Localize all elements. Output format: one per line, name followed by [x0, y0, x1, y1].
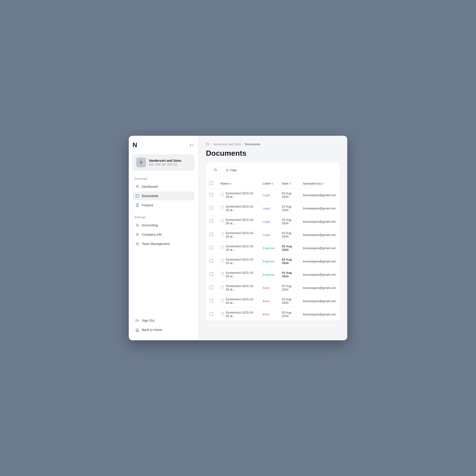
file-name: Screenshot 2023-10-26 at...	[226, 244, 255, 252]
overview-label: Overview	[133, 177, 195, 180]
company-info: Vandervort and Sons UID: CHE-987.654.321	[149, 159, 181, 166]
sidebar-item-sign-out[interactable]: Sign Out	[133, 316, 195, 325]
sidebar-item-documents-label: Documents	[142, 194, 158, 198]
row-checkbox-8[interactable]	[210, 299, 213, 302]
shield-icon	[135, 194, 139, 198]
th-label[interactable]: Label	[259, 178, 278, 188]
row-checkbox-6[interactable]	[210, 272, 213, 276]
th-name[interactable]: Name	[217, 178, 259, 188]
documents-table-card: Filter Name Label Date Uploaded by	[206, 162, 340, 321]
file-icon	[221, 232, 224, 237]
documents-table: Name Label Date Uploaded by	[206, 178, 340, 321]
row-label-cell: Bank	[259, 281, 278, 294]
avatar: V	[136, 158, 146, 167]
sidebar-item-finance[interactable]: Finance	[133, 201, 195, 210]
row-name-cell: Screenshot 2023-10-26 at...	[217, 281, 259, 294]
row-label-cell: Legal	[259, 202, 278, 215]
sidebar-item-finance-label: Finance	[142, 203, 153, 207]
row-checkbox-5[interactable]	[210, 259, 213, 263]
row-name-cell: Screenshot 2023-10-26 at...	[217, 228, 259, 241]
row-uploader-cell: brucewayne@gmail.com	[299, 308, 340, 321]
sidebar-item-back-to-home[interactable]: Back to Home	[133, 325, 195, 334]
app-logo: N	[133, 141, 137, 149]
file-name: Screenshot 2023-10-26 at...	[226, 284, 255, 291]
home-icon	[135, 328, 139, 332]
signout-icon	[135, 318, 139, 323]
label-badge: Bank	[263, 312, 270, 317]
table-row: Screenshot 2023-10-26 at... Legal 02 Aug…	[206, 215, 340, 228]
row-label-cell: Expense	[259, 241, 278, 255]
row-name-cell: Screenshot 2023-10-26 at...	[217, 188, 259, 202]
file-name: Screenshot 2023-10-26 at...	[226, 205, 255, 212]
filter-button[interactable]: Filter	[222, 166, 240, 174]
row-uploader-cell: brucewayne@gmail.com	[299, 228, 340, 241]
svg-point-1	[137, 185, 138, 187]
row-date-cell: 02 Aug 2024	[278, 228, 299, 241]
row-checkbox-4[interactable]	[210, 246, 213, 249]
label-badge: Bank	[263, 299, 270, 303]
breadcrumb: › Vandervort and Sons › Documents	[206, 142, 340, 146]
sidebar-item-team-management-label: Team Management	[142, 242, 170, 246]
row-uploader-cell: brucewayne@gmail.com	[299, 281, 340, 294]
file-icon	[221, 299, 224, 303]
row-checkbox-cell	[206, 294, 217, 308]
label-badge: Expense	[263, 246, 274, 250]
select-all-checkbox[interactable]	[210, 181, 213, 185]
row-checkbox-1[interactable]	[210, 206, 213, 210]
row-name-cell: Screenshot 2023-10-26 at...	[217, 308, 259, 321]
home-breadcrumb-icon	[206, 142, 209, 146]
sidebar-item-documents[interactable]: Documents	[133, 191, 195, 200]
company-uid: UID: CHE-987.654.321	[149, 163, 181, 166]
row-label-cell: Legal	[259, 188, 278, 202]
breadcrumb-current: Documents	[245, 142, 260, 146]
row-label-cell: Bank	[259, 294, 278, 308]
company-name: Vandervort and Sons	[149, 159, 181, 162]
breadcrumb-company[interactable]: Vandervort and Sons	[213, 142, 241, 146]
row-label-cell: Bank	[259, 308, 278, 321]
company-card[interactable]: V Vandervort and Sons UID: CHE-987.654.3…	[133, 154, 195, 170]
table-row: Screenshot 2023-10-26 at... Legal 02 Aug…	[206, 228, 340, 241]
row-checkbox-cell	[206, 241, 217, 255]
row-checkbox-7[interactable]	[210, 286, 213, 289]
overview-section: Overview Dashboard Documents	[133, 177, 195, 210]
svg-rect-9	[137, 330, 138, 331]
th-date[interactable]: Date	[278, 178, 299, 188]
table-row: Screenshot 2023-10-26 at... Bank 02 Aug …	[206, 281, 340, 294]
table-row: Screenshot 2023-10-26 at... Bank 02 Aug …	[206, 308, 340, 321]
row-date-cell: 02 Aug 2024	[278, 281, 299, 294]
sidebar-item-team-management[interactable]: Team Management	[133, 239, 195, 248]
row-checkbox-9[interactable]	[210, 312, 213, 316]
row-label-cell: Legal	[259, 215, 278, 228]
row-checkbox-0[interactable]	[210, 193, 213, 196]
collapse-sidebar-button[interactable]	[190, 143, 195, 147]
row-date-cell: 02 Aug 2024	[278, 241, 299, 255]
file-name: Screenshot 2023-10-26 at...	[226, 218, 255, 225]
row-checkbox-3[interactable]	[210, 233, 213, 236]
row-checkbox-cell	[206, 281, 217, 294]
sidebar: N V Vandervort and Sons UID: CHE-987.654…	[129, 136, 199, 340]
sidebar-item-accounting[interactable]: Accounting	[133, 221, 195, 230]
settings-label: Settings	[133, 216, 195, 219]
th-checkbox	[206, 178, 217, 188]
row-label-cell: Expense	[259, 255, 278, 268]
file-icon	[221, 259, 224, 264]
sidebar-bottom: Sign Out Back to Home	[133, 312, 195, 335]
search-button[interactable]	[211, 166, 220, 174]
page-title: Documents	[206, 149, 340, 158]
row-checkbox-cell	[206, 215, 217, 228]
breadcrumb-sep-2: ›	[243, 142, 244, 146]
row-checkbox-2[interactable]	[210, 220, 213, 223]
gear-icon-2	[135, 232, 139, 237]
row-uploader-cell: brucewayne@gmail.com	[299, 241, 340, 255]
row-date-cell: 02 Aug 2024	[278, 308, 299, 321]
row-name-cell: Screenshot 2023-10-26 at...	[217, 202, 259, 215]
svg-point-8	[137, 243, 138, 244]
sidebar-item-dashboard[interactable]: Dashboard	[133, 182, 195, 191]
sidebar-item-sign-out-label: Sign Out	[142, 319, 154, 322]
sidebar-item-company-info[interactable]: Company info	[133, 230, 195, 239]
row-date-cell: 02 Aug 2024	[278, 268, 299, 281]
main-content: › Vandervort and Sons › Documents Docume…	[199, 136, 347, 340]
th-uploader[interactable]: Uploaded by	[299, 178, 340, 188]
table-row: Screenshot 2023-10-26 at... Expense 02 A…	[206, 268, 340, 281]
table-row: Screenshot 2023-10-26 at... Expense 02 A…	[206, 255, 340, 268]
